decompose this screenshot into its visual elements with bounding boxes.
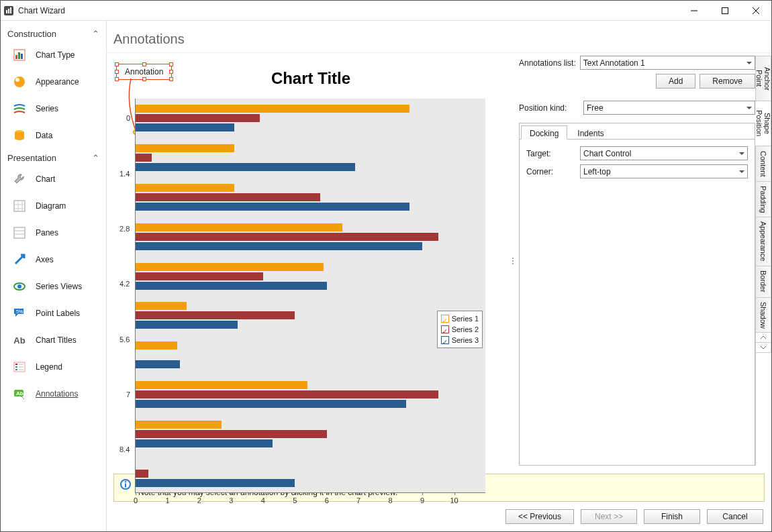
chart-bar [136,233,438,241]
maximize-button[interactable] [710,1,740,21]
chart-bar [136,470,148,478]
data-icon [13,129,26,142]
sidebar-item-annotations[interactable]: Ab Annotations [1,380,106,407]
x-axis-tick-label: 5 [293,496,297,504]
vtab-appearance[interactable]: Appearance [756,217,771,266]
y-axis-tick-label: 2.8 [119,225,130,233]
chevron-up-icon: ⌃ [56,153,99,163]
svg-rect-15 [14,201,25,211]
next-button[interactable]: Next >> [581,509,637,524]
group-construction[interactable]: Construction ⌃ [1,25,106,42]
y-axis-tick-label: 4.2 [119,280,130,288]
svg-rect-3 [10,7,11,13]
x-axis-tick-label: 2 [197,496,201,504]
point-labels-icon: 5% [13,307,26,320]
vtab-border[interactable]: Border [756,266,771,298]
vtab-scroll-down[interactable] [756,342,771,353]
chart-titles-icon: Ab [13,333,26,347]
svg-text:5%: 5% [16,309,23,314]
vtab-scroll-up[interactable] [756,332,771,343]
svg-rect-5 [722,7,728,13]
target-label: Target: [526,149,580,158]
minimize-button[interactable] [679,1,710,21]
annotations-icon: Ab [13,387,26,401]
vtab-anchor-point[interactable]: Anchor Point [756,56,771,101]
chart-bar [136,163,355,171]
sidebar-item-chart-type[interactable]: Chart Type [1,42,106,68]
remove-button[interactable]: Remove [699,74,755,89]
chevron-up-icon: ⌃ [56,29,99,39]
svg-rect-20 [14,227,25,238]
cancel-button[interactable]: Cancel [707,509,763,524]
chart-bar [136,223,342,231]
annotations-list-select[interactable]: Text Annotation 1 [580,56,755,70]
chart-bar [136,144,234,152]
corner-select[interactable]: Left-top [580,164,748,178]
svg-rect-1 [6,10,7,13]
splitter-handle[interactable] [510,53,516,468]
position-kind-select[interactable]: Free [583,101,755,115]
tab-indents[interactable]: Indents [569,125,612,140]
group-presentation[interactable]: Presentation ⌃ [1,149,106,166]
svg-rect-38 [125,484,126,488]
window-title: Chart Wizard [18,6,679,15]
chart-preview[interactable]: Chart Title Annotation [107,53,510,468]
finish-button[interactable]: Finish [644,509,700,524]
sidebar-item-chart[interactable]: Chart [1,166,106,193]
y-axis-tick-label: 7 [126,390,130,398]
panes-icon [13,226,26,240]
chart-legend[interactable]: ✓Series 1 ✓Series 2 ✓Series 3 [437,311,483,348]
close-button[interactable] [740,1,771,21]
chart-bar [136,123,234,131]
chart-bar [136,321,238,329]
x-axis-tick-label: 10 [450,496,458,504]
page-title: Annotations [107,21,771,52]
axes-icon [13,253,26,266]
y-axis-tick-label: 0 [126,114,130,122]
sidebar-item-series-views[interactable]: Series Views [1,273,106,300]
vtab-shape-position[interactable]: Shape Position [755,101,771,146]
sidebar-item-series[interactable]: Series [1,95,106,122]
position-kind-label: Position kind: [519,103,579,113]
svg-text:Ab: Ab [16,390,23,396]
sidebar-item-diagram[interactable]: Diagram [1,193,106,219]
sidebar-item-panes[interactable]: Panes [1,219,106,246]
add-button[interactable]: Add [656,74,695,89]
sidebar-item-point-labels[interactable]: 5% Point Labels [1,300,106,327]
sidebar-item-chart-titles[interactable]: Ab Chart Titles [1,327,106,354]
sidebar-item-data[interactable]: Data [1,122,106,149]
target-select[interactable]: Chart Control [580,146,748,160]
tab-docking[interactable]: Docking [521,125,567,140]
sidebar-item-appearance[interactable]: Appearance [1,68,106,95]
appearance-icon [13,75,26,89]
chart-bar [136,381,307,389]
x-axis-tick-label: 6 [325,496,329,504]
svg-rect-10 [18,52,20,59]
series-icon [13,102,26,115]
x-axis-tick-label: 4 [261,496,265,504]
chart-bar [136,154,152,162]
vtab-padding[interactable]: Padding [756,181,771,217]
sidebar-item-axes[interactable]: Axes [1,246,106,273]
chart-bar [136,390,438,398]
x-axis-tick-label: 8 [389,496,393,504]
info-icon [119,478,132,492]
chart-bar [136,421,222,429]
y-axis-tick-label: 8.4 [119,445,130,454]
chart-type-icon [13,48,26,62]
chart-bar [136,242,422,250]
chart-bar [136,184,234,192]
chart-plot-area[interactable]: ✓Series 1 ✓Series 2 ✓Series 3 01.42.84.2… [135,99,485,493]
annotations-list-label: Annotations list: [519,58,576,68]
chart-bar [136,400,406,408]
svg-rect-2 [8,9,9,13]
sidebar-item-legend[interactable]: Legend [1,354,106,380]
chart-bar [136,439,273,447]
vtab-content[interactable]: Content [756,146,771,182]
vtab-shadow[interactable]: Shadow [756,297,771,333]
previous-button[interactable]: << Previous [505,509,574,524]
chart-bar [136,302,187,310]
x-axis-tick-label: 9 [420,496,424,504]
legend-icon [13,360,26,374]
properties-panel: Annotations list: Text Annotation 1 Add … [516,53,771,468]
